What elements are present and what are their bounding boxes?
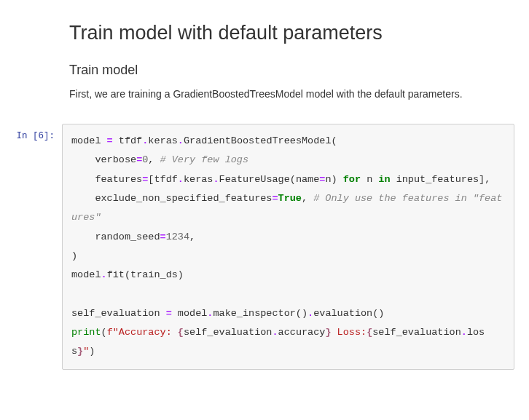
heading-1: Train model with default parameters — [69, 22, 514, 44]
notebook: Train model with default parameters Trai… — [0, 0, 529, 384]
code-cell: In [6]: model = tfdf.keras.GradientBoost… — [0, 124, 514, 370]
code-input-area[interactable]: model = tfdf.keras.GradientBoostedTreesM… — [62, 124, 514, 370]
paragraph: First, we are training a GradientBoosted… — [69, 87, 514, 102]
code-content: model = tfdf.keras.GradientBoostedTreesM… — [71, 132, 505, 362]
markdown-cell: Train model with default parameters Trai… — [69, 22, 514, 102]
input-prompt: In [6]: — [0, 124, 62, 141]
heading-2: Train model — [69, 63, 514, 78]
